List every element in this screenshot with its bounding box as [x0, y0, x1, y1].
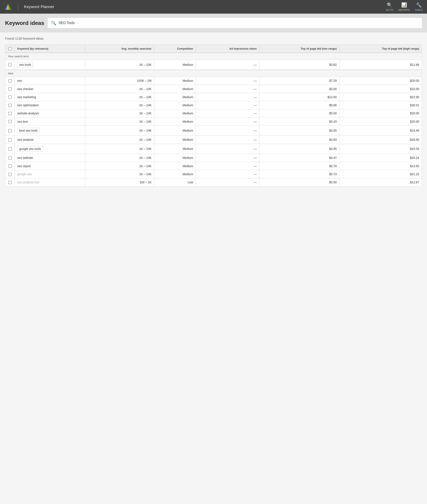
top-bid-high-cell: $20.00 — [339, 109, 422, 117]
top-bid-high-cell: $20.24 — [339, 154, 422, 162]
row-checkbox-cell[interactable] — [5, 118, 15, 126]
row-checkbox-cell[interactable] — [5, 170, 15, 178]
col-header-ad-impression[interactable]: Ad impression share — [196, 45, 259, 53]
row-checkbox[interactable] — [8, 63, 12, 67]
row-checkbox-cell[interactable] — [5, 178, 15, 186]
row-checkbox-cell[interactable] — [5, 60, 15, 70]
keyword-cell: seo analysis tool — [15, 178, 85, 186]
top-bid-high-cell: $30.01 — [339, 101, 422, 109]
nav-reports-label: REPORTS — [398, 9, 410, 11]
row-checkbox[interactable] — [8, 181, 12, 184]
search-icon: 🔍 — [51, 21, 56, 26]
keyword-highlight: seo tools — [17, 62, 33, 67]
competition-cell: Medium — [154, 162, 196, 170]
search-area: Keyword ideas 🔍 — [0, 14, 427, 32]
row-checkbox[interactable] — [8, 112, 12, 115]
top-bid-low-cell: $3.82 — [259, 60, 339, 70]
top-bid-low-cell: $7.29 — [259, 77, 339, 85]
row-checkbox[interactable] — [8, 156, 12, 160]
select-all-checkbox[interactable] — [8, 47, 12, 51]
keyword-text: seo checker — [17, 87, 33, 91]
keyword-cell: best seo tools — [15, 126, 85, 136]
col-header-keyword[interactable]: Keyword (by relevance) — [15, 45, 85, 53]
row-checkbox[interactable] — [8, 138, 12, 141]
header-divider — [18, 3, 18, 10]
table-row: google seo tools 1K – 10K Medium — $4.95… — [5, 144, 422, 154]
row-checkbox-cell[interactable] — [5, 136, 15, 144]
competition-cell: Medium — [154, 60, 196, 70]
row-checkbox[interactable] — [8, 104, 12, 107]
keyword-text: seo report — [17, 164, 31, 168]
table-row: seo optimization 1K – 10K Medium — $9.06… — [5, 101, 422, 109]
section-header-row: Your search term — [5, 53, 422, 60]
main-content: Found 1130 keyword ideas Keyword (by rel… — [0, 32, 427, 191]
nav-goto[interactable]: 🔍 GO TO — [386, 2, 393, 11]
row-checkbox-cell[interactable] — [5, 85, 15, 93]
nav-tools-label: TOOLS — [415, 9, 423, 11]
row-checkbox-cell[interactable] — [5, 77, 15, 85]
competition-cell: Medium — [154, 85, 196, 93]
top-bid-high-cell: $20.00 — [339, 118, 422, 126]
avg-monthly-cell: 1K – 10K — [85, 109, 154, 117]
ad-impression-cell: — — [196, 144, 259, 154]
nav-reports[interactable]: 📊 REPORTS — [398, 2, 410, 11]
nav-goto-label: GO TO — [386, 9, 393, 11]
top-bid-high-cell: $18.00 — [339, 136, 422, 144]
col-header-avg-monthly[interactable]: Avg. monthly searches — [85, 45, 154, 53]
table-row: seo report 1K – 10K Medium — $5.79 $13.5… — [5, 162, 422, 170]
top-bid-high-cell: $20.00 — [339, 77, 422, 85]
table-row: seo 100K – 1M Medium — $7.29 $20.00 — [5, 77, 422, 85]
row-checkbox[interactable] — [8, 147, 12, 150]
top-bid-high-cell: $22.90 — [339, 93, 422, 101]
table-row: seo website 1K – 10K Medium — $6.47 $20.… — [5, 154, 422, 162]
keyword-highlight: google seo tools — [17, 146, 43, 152]
keyword-cell: seo tools — [15, 60, 85, 70]
row-checkbox[interactable] — [8, 87, 12, 91]
row-checkbox-cell[interactable] — [5, 144, 15, 154]
competition-cell: Medium — [154, 93, 196, 101]
row-checkbox-cell[interactable] — [5, 93, 15, 101]
row-checkbox[interactable] — [8, 120, 12, 123]
row-checkbox[interactable] — [8, 173, 12, 176]
row-checkbox[interactable] — [8, 129, 12, 133]
row-checkbox[interactable] — [8, 79, 12, 83]
keyword-text: google seo — [17, 172, 32, 176]
nav-tools[interactable]: 🔧 TOOLS — [415, 2, 423, 11]
tools-icon: 🔧 — [416, 2, 422, 8]
top-bid-low-cell: $5.50 — [259, 178, 339, 186]
keyword-text: seo test — [17, 120, 28, 123]
row-checkbox-cell[interactable] — [5, 101, 15, 109]
row-checkbox[interactable] — [8, 164, 12, 168]
keyword-cell: seo website — [15, 154, 85, 162]
google-logo — [4, 3, 12, 11]
col-header-competition[interactable]: Competition — [154, 45, 196, 53]
row-checkbox-cell[interactable] — [5, 109, 15, 117]
col-header-top-bid-low[interactable]: Top of page bid (low range) — [259, 45, 339, 53]
app-title: Keyword Planner — [24, 5, 54, 9]
avg-monthly-cell: 1K – 10K — [85, 136, 154, 144]
top-bid-low-cell: $5.73 — [259, 170, 339, 178]
keyword-text: seo website — [17, 156, 33, 159]
keyword-cell: seo analysis — [15, 136, 85, 144]
search-input[interactable] — [59, 21, 419, 25]
ad-impression-cell: — — [196, 154, 259, 162]
row-checkbox[interactable] — [8, 95, 12, 99]
top-bid-low-cell: $4.55 — [259, 126, 339, 136]
competition-cell: Medium — [154, 126, 196, 136]
row-checkbox-cell[interactable] — [5, 162, 15, 170]
col-header-top-bid-high[interactable]: Top of page bid (high range) — [339, 45, 422, 53]
col-header-check[interactable] — [5, 45, 15, 53]
ad-impression-cell: — — [196, 178, 259, 186]
keyword-cell: seo — [15, 77, 85, 85]
top-bid-high-cell: $10.00 — [339, 85, 422, 93]
section-label: Your search term — [5, 53, 422, 60]
keyword-text: seo analysis tool — [17, 181, 39, 184]
ad-impression-cell: — — [196, 93, 259, 101]
avg-monthly-cell: 1K – 10K — [85, 170, 154, 178]
top-bid-low-cell: $4.83 — [259, 136, 339, 144]
row-checkbox-cell[interactable] — [5, 126, 15, 136]
keyword-text: website analysis — [17, 111, 39, 115]
logo-area: Keyword Planner — [4, 3, 54, 11]
row-checkbox-cell[interactable] — [5, 154, 15, 162]
table-row: seo tools 1K – 10K Medium — $3.82 $11.68 — [5, 60, 422, 70]
